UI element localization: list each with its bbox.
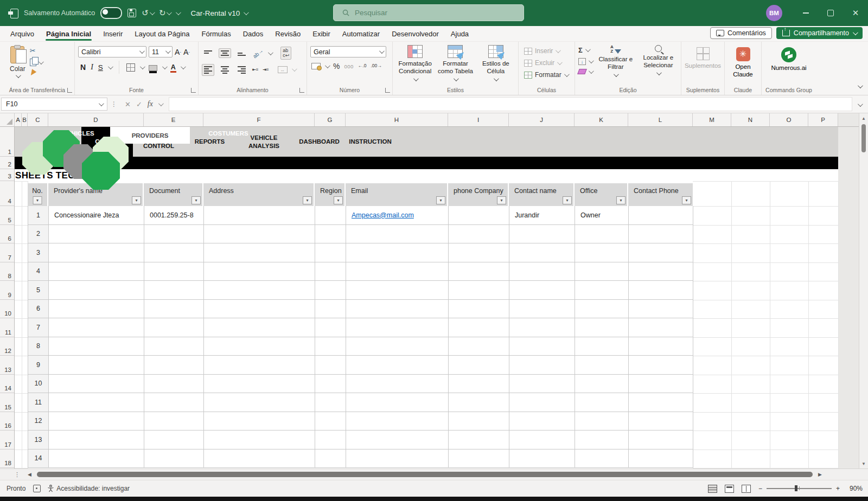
scroll-down-icon[interactable]: ▼: [859, 459, 868, 468]
cell-no[interactable]: 5: [28, 281, 49, 300]
filter-dropdown-icon[interactable]: ▾: [497, 196, 506, 204]
cell-phone_company[interactable]: [449, 243, 509, 262]
cell-address[interactable]: [204, 412, 315, 431]
cell-no[interactable]: 10: [28, 375, 49, 394]
filter-dropdown-icon[interactable]: ▾: [132, 196, 141, 204]
cell-office[interactable]: [575, 262, 629, 281]
format-painter-button[interactable]: [30, 70, 42, 76]
number-dialog-launcher-icon[interactable]: [385, 88, 390, 93]
increase-font-button[interactable]: Aˆ: [175, 48, 181, 56]
collapse-ribbon-button[interactable]: [858, 81, 861, 91]
page-layout-view-button[interactable]: [725, 485, 734, 493]
row-header-7[interactable]: 7: [0, 243, 14, 262]
number-format-select[interactable]: Geral: [310, 46, 386, 57]
column-header-n[interactable]: N: [731, 113, 770, 126]
format-cells-button[interactable]: Formatar: [524, 71, 568, 79]
cell-phone_company[interactable]: [449, 281, 509, 300]
cell-region[interactable]: [315, 243, 346, 262]
row-header-6[interactable]: 6: [0, 225, 14, 244]
cell-provider[interactable]: [49, 300, 144, 319]
cell-contact_phone[interactable]: [629, 281, 693, 300]
cell-contact_name[interactable]: [509, 318, 575, 337]
format-as-table-button[interactable]: Formatar como Tabela: [436, 45, 474, 81]
filter-dropdown-icon[interactable]: ▾: [192, 196, 201, 204]
excel-app-icon[interactable]: [8, 8, 18, 18]
cell-address[interactable]: [204, 375, 315, 394]
cell-contact_name[interactable]: [509, 337, 575, 356]
row-header-12[interactable]: 12: [0, 337, 14, 356]
column-header-i[interactable]: I: [448, 113, 509, 126]
cell-email[interactable]: [346, 225, 449, 244]
cell-no[interactable]: 14: [28, 449, 49, 468]
column-header-f[interactable]: F: [203, 113, 315, 126]
fill-color-button[interactable]: [149, 65, 157, 71]
expand-formula-bar-icon[interactable]: [852, 99, 867, 109]
cell-email[interactable]: Ampecas@mail.com: [346, 206, 449, 225]
underline-button[interactable]: S: [98, 63, 103, 72]
bold-button[interactable]: N: [80, 63, 86, 72]
cell-contact_phone[interactable]: [629, 393, 693, 412]
cell-document[interactable]: [144, 281, 204, 300]
scroll-right-icon[interactable]: ▶: [816, 472, 824, 477]
cell-address[interactable]: [204, 449, 315, 468]
cell-no[interactable]: 6: [28, 300, 49, 319]
cell-document[interactable]: [144, 393, 204, 412]
cell-provider[interactable]: [49, 225, 144, 244]
macro-record-button[interactable]: [33, 485, 41, 492]
cell-provider[interactable]: [49, 281, 144, 300]
clipboard-dialog-launcher-icon[interactable]: [67, 88, 72, 93]
cut-button[interactable]: ✂: [30, 47, 42, 55]
cell-region[interactable]: [315, 337, 346, 356]
maximize-button[interactable]: [818, 0, 843, 26]
accessibility-status[interactable]: Acessibilidade: investigar: [47, 485, 130, 492]
close-button[interactable]: ✕: [843, 0, 868, 26]
cell-provider[interactable]: [49, 393, 144, 412]
cell-document[interactable]: [144, 449, 204, 468]
wrap-text-button[interactable]: abc↩: [280, 47, 291, 60]
zoom-slider[interactable]: [767, 488, 832, 489]
cell-provider[interactable]: [49, 337, 144, 356]
column-header-e[interactable]: E: [144, 113, 203, 126]
cell-phone_company[interactable]: [449, 300, 509, 319]
cell-contact_name[interactable]: [509, 393, 575, 412]
cell-no[interactable]: 13: [28, 431, 49, 449]
cancel-entry-icon[interactable]: ✕: [125, 100, 131, 108]
cell-contact_phone[interactable]: [629, 318, 693, 337]
formula-input[interactable]: [169, 97, 852, 111]
row-header-18[interactable]: 18: [0, 449, 14, 468]
cell-address[interactable]: [204, 262, 315, 281]
comma-style-button[interactable]: 000: [344, 63, 353, 69]
cell-office[interactable]: [575, 412, 629, 431]
menu-tab-revis-o[interactable]: Revisão: [269, 27, 307, 41]
column-header-j[interactable]: J: [509, 113, 575, 126]
cell-email[interactable]: [346, 393, 449, 412]
cell-email[interactable]: [346, 243, 449, 262]
row-header-2[interactable]: 2: [0, 157, 14, 169]
redo-button[interactable]: ↻: [159, 8, 171, 18]
sheet-tab-dashboard[interactable]: DASHBOARD: [293, 127, 346, 157]
column-header-d[interactable]: D: [48, 113, 144, 126]
filter-dropdown-icon[interactable]: ▾: [33, 196, 42, 204]
cell-no[interactable]: 4: [28, 262, 49, 281]
cell-provider[interactable]: [49, 375, 144, 394]
cell-region[interactable]: [315, 393, 346, 412]
menu-tab-desenvolvedor[interactable]: Desenvolvedor: [386, 27, 445, 41]
cell-contact_name[interactable]: [509, 449, 575, 468]
select-all-button[interactable]: [0, 113, 15, 126]
cell-phone_company[interactable]: [449, 356, 509, 375]
page-break-view-button[interactable]: [742, 485, 751, 493]
cell-provider[interactable]: Concessionaire Jteza: [49, 206, 144, 225]
filter-dropdown-icon[interactable]: ▾: [303, 196, 312, 204]
zoom-level[interactable]: 90%: [844, 485, 863, 492]
insert-function-icon[interactable]: fx: [148, 100, 153, 108]
cell-no[interactable]: 12: [28, 412, 49, 431]
share-button[interactable]: Compartilhamento: [776, 27, 863, 39]
filter-dropdown-icon[interactable]: ▾: [616, 196, 626, 204]
cell-document[interactable]: [144, 412, 204, 431]
cell-contact_name[interactable]: [509, 281, 575, 300]
filter-dropdown-icon[interactable]: ▾: [682, 196, 691, 204]
cell-email[interactable]: [346, 300, 449, 319]
cell-phone_company[interactable]: [449, 337, 509, 356]
cell-email[interactable]: [346, 356, 449, 375]
fill-button[interactable]: ↓: [578, 58, 592, 65]
